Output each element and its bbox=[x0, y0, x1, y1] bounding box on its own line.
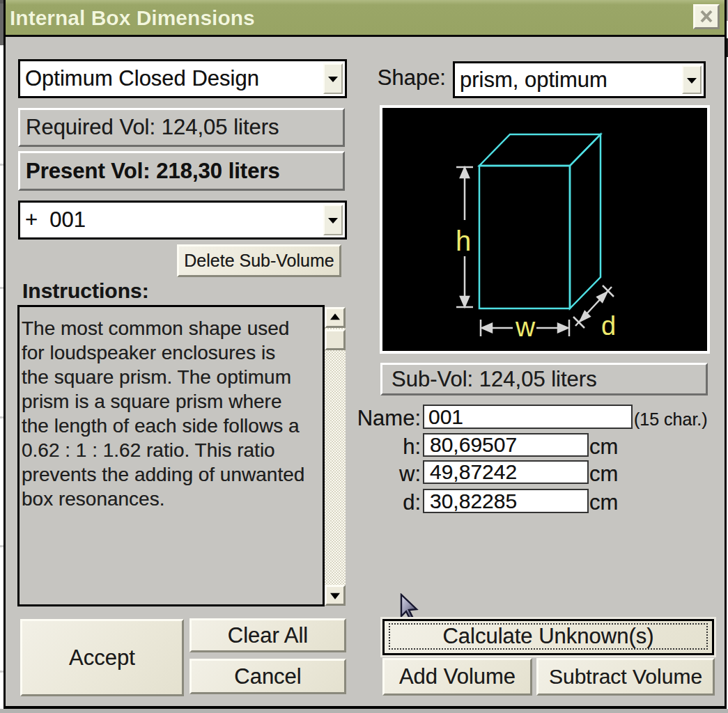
svg-text:w: w bbox=[515, 312, 536, 342]
svg-text:d: d bbox=[601, 311, 616, 340]
svg-text:h: h bbox=[456, 226, 471, 256]
